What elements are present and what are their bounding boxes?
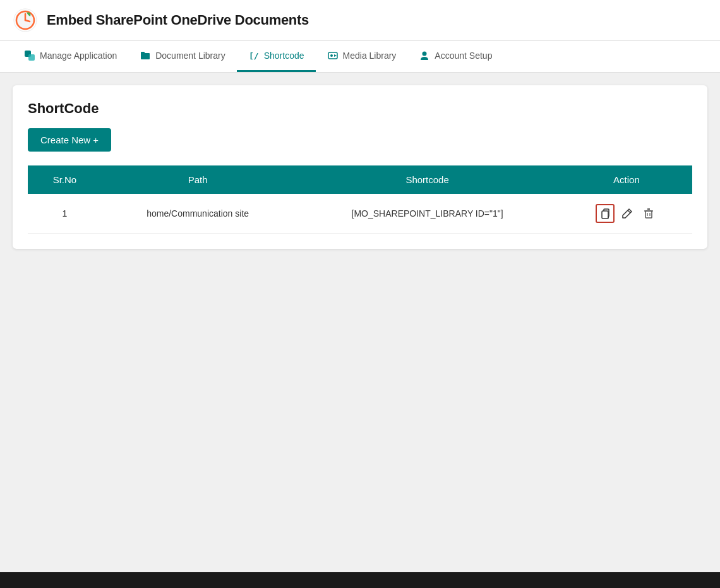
app-logo — [13, 8, 38, 33]
cell-path: home/Communication site — [102, 194, 294, 234]
svg-rect-6 — [28, 54, 35, 61]
cell-shortcode: [MO_SHAREPOINT_LIBRARY ID="1"] — [294, 194, 560, 234]
shortcode-card: ShortCode Create New + Sr.No Path Shortc… — [13, 85, 707, 249]
app-header: Embed SharePoint OneDrive Documents — [0, 0, 720, 41]
trash-icon — [642, 207, 655, 220]
svg-rect-13 — [645, 211, 652, 218]
table-header-row: Sr.No Path Shortcode Action — [28, 165, 692, 194]
user-icon — [419, 50, 430, 61]
nav-item-media-library[interactable]: Media Library — [316, 41, 408, 72]
app-title: Embed SharePoint OneDrive Documents — [47, 12, 309, 28]
nav-item-account-setup[interactable]: Account Setup — [407, 41, 503, 72]
shortcode-icon: [/] — [248, 50, 260, 61]
cell-srno: 1 — [28, 194, 102, 234]
main-content: ShortCode Create New + Sr.No Path Shortc… — [0, 73, 720, 572]
edit-button[interactable] — [618, 205, 636, 222]
svg-rect-11 — [602, 211, 608, 219]
copy-button[interactable] — [596, 204, 615, 223]
action-group — [573, 204, 680, 223]
col-header-srno: Sr.No — [28, 165, 102, 194]
media-icon — [327, 50, 339, 61]
edit-icon — [621, 207, 633, 220]
shortcode-table: Sr.No Path Shortcode Action 1 home/Commu… — [28, 165, 692, 234]
svg-point-9 — [330, 54, 333, 57]
sharepoint-icon — [24, 50, 35, 61]
col-header-action: Action — [561, 165, 692, 194]
footer-bar — [0, 572, 720, 588]
create-new-button[interactable]: Create New + — [28, 128, 111, 152]
svg-point-10 — [423, 52, 427, 56]
cell-actions — [561, 194, 692, 234]
col-header-path: Path — [102, 165, 294, 194]
nav-item-manage-application[interactable]: Manage Application — [13, 41, 128, 72]
svg-text:[/]: [/] — [249, 51, 260, 61]
page-title: ShortCode — [28, 100, 692, 117]
table-row: 1 home/Communication site [MO_SHAREPOINT… — [28, 194, 692, 234]
copy-icon — [599, 207, 611, 220]
nav-item-shortcode[interactable]: [/] Shortcode — [237, 41, 316, 72]
delete-button[interactable] — [640, 205, 657, 222]
col-header-shortcode: Shortcode — [294, 165, 560, 194]
nav-item-document-library[interactable]: Document Library — [128, 41, 237, 72]
svg-line-12 — [628, 210, 630, 213]
folder-icon — [140, 50, 151, 61]
nav-bar: Manage Application Document Library [/] … — [0, 41, 720, 73]
